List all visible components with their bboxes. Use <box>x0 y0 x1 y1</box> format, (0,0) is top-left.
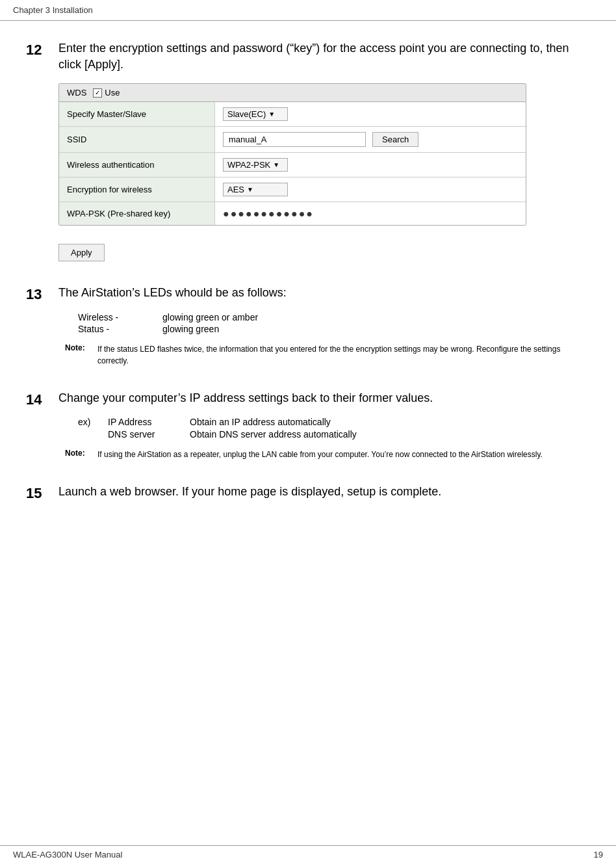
master-slave-value: Slave(EC) ▼ <box>215 102 526 126</box>
led-status-label: Status - <box>78 324 143 334</box>
encryption-option: AES <box>227 185 244 194</box>
step-14-note-text: If using the AirStation as a repeater, u… <box>97 449 543 460</box>
dns-label: DNS server <box>108 429 186 440</box>
step-12-block: 12 Enter the encryption settings and pas… <box>26 40 590 261</box>
master-slave-option: Slave(EC) <box>227 109 266 119</box>
step-12-title: Enter the encryption settings and passwo… <box>58 40 590 73</box>
chapter-title: Chapter 3 Installation <box>13 5 93 15</box>
ssid-label: SSID <box>59 127 215 152</box>
step-12-content: Enter the encryption settings and passwo… <box>58 40 590 261</box>
step-15-title: Launch a web browser. If your home page … <box>58 484 590 500</box>
led-row-status: Status - glowing green <box>78 324 590 334</box>
wds-checkbox-icon[interactable]: ✓ <box>93 88 102 98</box>
step-14-note-label: Note: <box>65 449 91 460</box>
encryption-select[interactable]: AES ▼ <box>223 183 288 196</box>
ssid-row: SSID Search <box>59 127 526 153</box>
wds-checkbox-wrapper[interactable]: ✓ Use <box>93 88 120 98</box>
psk-value: ●●●●●●●●●●●● <box>215 203 526 225</box>
master-slave-label: Specify Master/Slave <box>59 102 215 126</box>
encryption-label: Encryption for wireless <box>59 177 215 202</box>
wds-label: WDS <box>67 88 86 98</box>
apply-button[interactable]: Apply <box>58 244 105 261</box>
led-row-wireless: Wireless - glowing green or amber <box>78 312 590 322</box>
step-14-number: 14 <box>26 390 58 408</box>
ssid-input[interactable] <box>223 132 366 147</box>
wireless-auth-value: WPA2-PSK ▼ <box>215 153 526 177</box>
step-12-number: 12 <box>26 40 58 59</box>
ex-prefix: ex) <box>78 417 104 427</box>
footer-left: WLAE-AG300N User Manual <box>13 850 122 859</box>
step-13-block: 13 The AirStation’s LEDs whould be as fo… <box>26 285 590 366</box>
ip-address-value: Obtain an IP address automatically <box>190 417 331 427</box>
step-15-block: 15 Launch a web browser. If your home pa… <box>26 484 590 510</box>
wds-header-row: WDS ✓ Use <box>59 84 526 102</box>
dns-value: Obtain DNS server address automatically <box>190 429 357 440</box>
step-13-content: The AirStation’s LEDs whould be as follo… <box>58 285 590 366</box>
step-15-content: Launch a web browser. If your home page … <box>58 484 590 510</box>
master-slave-row: Specify Master/Slave Slave(EC) ▼ <box>59 102 526 127</box>
led-table: Wireless - glowing green or amber Status… <box>78 312 590 334</box>
footer-right: 19 <box>594 850 603 859</box>
step-13-number: 13 <box>26 285 58 303</box>
page-footer: WLAE-AG300N User Manual 19 <box>0 845 616 859</box>
master-slave-select[interactable]: Slave(EC) ▼ <box>223 107 288 121</box>
ex-block: ex) IP Address Obtain an IP address auto… <box>78 417 590 440</box>
master-slave-arrow: ▼ <box>268 111 275 118</box>
step-13-note: Note: If the status LED flashes twice, t… <box>65 343 590 367</box>
led-status-value: glowing green <box>162 324 219 334</box>
step-13-note-text: If the status LED flashes twice, the inf… <box>97 343 590 367</box>
step-15-number: 15 <box>26 484 58 502</box>
page-header: Chapter 3 Installation <box>0 0 616 21</box>
wireless-auth-row: Wireless authentication WPA2-PSK ▼ <box>59 153 526 177</box>
encryption-arrow: ▼ <box>247 186 253 193</box>
psk-row: WPA-PSK (Pre-shared key) ●●●●●●●●●●●● <box>59 202 526 225</box>
wireless-auth-label: Wireless authentication <box>59 153 215 177</box>
wireless-auth-arrow: ▼ <box>273 161 279 168</box>
step-14-title: Change your computer’s IP address settin… <box>58 390 590 406</box>
encryption-row: Encryption for wireless AES ▼ <box>59 177 526 202</box>
step-13-title: The AirStation’s LEDs whould be as follo… <box>58 285 590 301</box>
step-13-note-label: Note: <box>65 343 91 367</box>
led-wireless-value: glowing green or amber <box>162 312 258 322</box>
ip-row-dns: DNS server Obtain DNS server address aut… <box>78 429 590 440</box>
step-14-content: Change your computer’s IP address settin… <box>58 390 590 460</box>
led-wireless-label: Wireless - <box>78 312 143 322</box>
step-14-note: Note: If using the AirStation as a repea… <box>65 449 590 460</box>
wds-use-label: Use <box>105 88 120 98</box>
wireless-auth-select[interactable]: WPA2-PSK ▼ <box>223 158 288 172</box>
encryption-value: AES ▼ <box>215 177 526 202</box>
ssid-value: Search <box>215 127 526 152</box>
search-button[interactable]: Search <box>372 132 418 147</box>
psk-dots: ●●●●●●●●●●●● <box>223 208 314 220</box>
settings-panel: WDS ✓ Use Specify Master/Slave Slave(EC)… <box>58 83 526 226</box>
step-14-block: 14 Change your computer’s IP address set… <box>26 390 590 460</box>
page-content: 12 Enter the encryption settings and pas… <box>0 21 616 573</box>
psk-label: WPA-PSK (Pre-shared key) <box>59 202 215 225</box>
wireless-auth-option: WPA2-PSK <box>227 160 270 170</box>
ip-address-label: IP Address <box>108 417 186 427</box>
ip-row-address: ex) IP Address Obtain an IP address auto… <box>78 417 590 427</box>
